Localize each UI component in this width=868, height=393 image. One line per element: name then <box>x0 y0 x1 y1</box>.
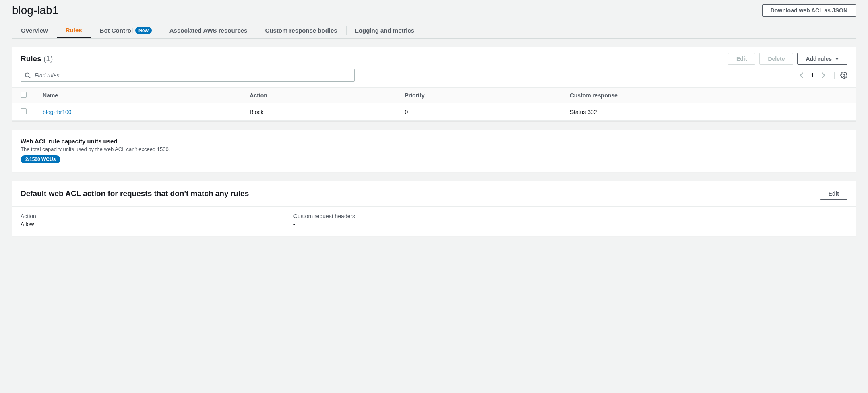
rule-name-link[interactable]: blog-rbr100 <box>43 109 72 115</box>
tab-bot-control[interactable]: Bot Control New <box>91 23 161 38</box>
headers-value: - <box>293 221 566 228</box>
rules-title: Rules (1) <box>21 54 53 63</box>
tab-rules[interactable]: Rules <box>57 23 91 38</box>
col-custom-response[interactable]: Custom response <box>562 88 856 103</box>
rules-title-text: Rules <box>21 54 41 63</box>
rule-action: Block <box>242 103 397 121</box>
col-action[interactable]: Action <box>242 88 397 103</box>
settings-button[interactable] <box>834 72 847 79</box>
page-number: 1 <box>811 72 814 79</box>
tab-label: Rules <box>66 27 82 33</box>
tab-logging-metrics[interactable]: Logging and metrics <box>346 23 424 38</box>
edit-default-action-button[interactable]: Edit <box>820 188 847 200</box>
page-title: blog-lab1 <box>12 4 58 17</box>
search-input[interactable] <box>21 69 355 82</box>
tab-custom-response-bodies[interactable]: Custom response bodies <box>256 23 346 38</box>
rules-panel: Rules (1) Edit Delete Add rules <box>12 47 856 121</box>
prev-page-button[interactable] <box>800 72 804 79</box>
tab-overview[interactable]: Overview <box>12 23 57 38</box>
rule-custom-response: Status 302 <box>562 103 856 121</box>
default-action-title: Default web ACL action for requests that… <box>21 189 249 198</box>
next-page-button[interactable] <box>821 72 825 79</box>
action-value: Allow <box>21 221 293 228</box>
tab-label: Overview <box>21 27 48 34</box>
tab-label: Bot Control <box>100 27 133 34</box>
col-name[interactable]: Name <box>35 88 242 103</box>
caret-down-icon <box>835 58 839 60</box>
rules-table: Name Action Priority Custom response blo… <box>12 87 856 121</box>
select-all-checkbox[interactable] <box>21 92 27 98</box>
capacity-title: Web ACL rule capacity units used <box>21 138 847 145</box>
default-action-panel: Default web ACL action for requests that… <box>12 181 856 236</box>
rules-count: (1) <box>43 54 53 63</box>
capacity-pill: 2/1500 WCUs <box>21 155 60 163</box>
search-icon <box>25 72 31 79</box>
tab-associated-resources[interactable]: Associated AWS resources <box>161 23 256 38</box>
delete-rule-button[interactable]: Delete <box>759 53 793 65</box>
download-json-button[interactable]: Download web ACL as JSON <box>762 4 856 17</box>
tabs: Overview Rules Bot Control New Associate… <box>12 23 856 39</box>
col-priority[interactable]: Priority <box>397 88 562 103</box>
table-row: blog-rbr100 Block 0 Status 302 <box>12 103 856 121</box>
action-label: Action <box>21 213 293 219</box>
edit-rule-button[interactable]: Edit <box>728 53 755 65</box>
capacity-panel: Web ACL rule capacity units used The tot… <box>12 130 856 172</box>
svg-line-1 <box>29 77 30 78</box>
tab-label: Custom response bodies <box>265 27 337 34</box>
headers-label: Custom request headers <box>293 213 566 219</box>
add-rules-label: Add rules <box>806 56 832 62</box>
capacity-description: The total capacity units used by the web… <box>21 146 847 152</box>
new-badge: New <box>135 27 152 34</box>
row-checkbox[interactable] <box>21 108 27 114</box>
rule-priority: 0 <box>397 103 562 121</box>
tab-label: Associated AWS resources <box>169 27 248 34</box>
svg-point-2 <box>843 74 845 77</box>
svg-point-0 <box>25 73 29 77</box>
tab-label: Logging and metrics <box>355 27 415 34</box>
add-rules-button[interactable]: Add rules <box>797 53 847 65</box>
